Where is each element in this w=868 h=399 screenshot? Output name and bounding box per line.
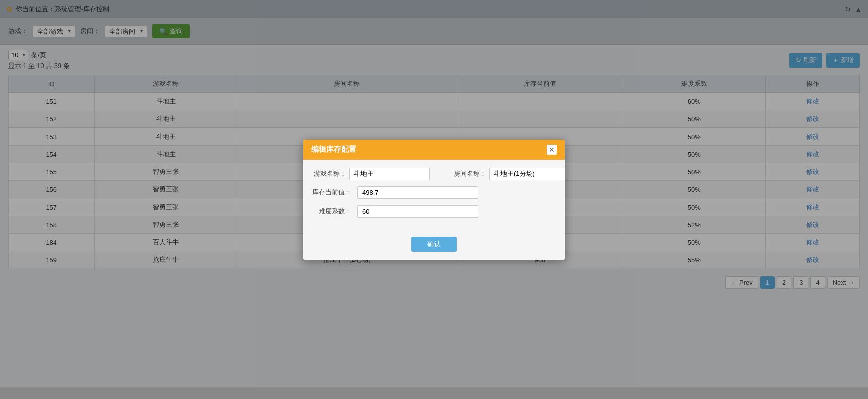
modal-title: 编辑库存配置 (311, 145, 356, 154)
modal-header: 编辑库存配置 ✕ (303, 140, 565, 160)
confirm-label: 确认 (427, 240, 441, 248)
game-name-input[interactable] (349, 168, 430, 180)
edit-modal: 编辑库存配置 ✕ 游戏名称： 房间名称： 库存当前值： (303, 140, 565, 260)
modal-footer: 确认 (303, 232, 565, 260)
difficulty-label: 难度系数： (311, 207, 351, 216)
form-row-3: 难度系数： (311, 205, 557, 218)
modal-body: 游戏名称： 房间名称： 库存当前值： 难度系数： (303, 160, 565, 232)
stock-label: 库存当前值： (311, 188, 351, 197)
modal-overlay[interactable]: 编辑库存配置 ✕ 游戏名称： 房间名称： 库存当前值： (0, 0, 868, 399)
confirm-button[interactable]: 确认 (411, 237, 457, 252)
stock-input[interactable] (357, 186, 478, 199)
form-row-2: 库存当前值： (311, 186, 557, 199)
form-row-1: 游戏名称： 房间名称： (311, 168, 557, 180)
room-name-input[interactable] (489, 168, 565, 180)
room-name-group: 房间名称： (446, 168, 565, 180)
game-name-group: 游戏名称： (311, 168, 430, 180)
room-name-label: 房间名称： (446, 169, 486, 178)
difficulty-input[interactable] (357, 205, 478, 218)
game-name-label: 游戏名称： (311, 169, 346, 178)
modal-close-button[interactable]: ✕ (547, 145, 557, 155)
close-icon: ✕ (549, 146, 555, 154)
